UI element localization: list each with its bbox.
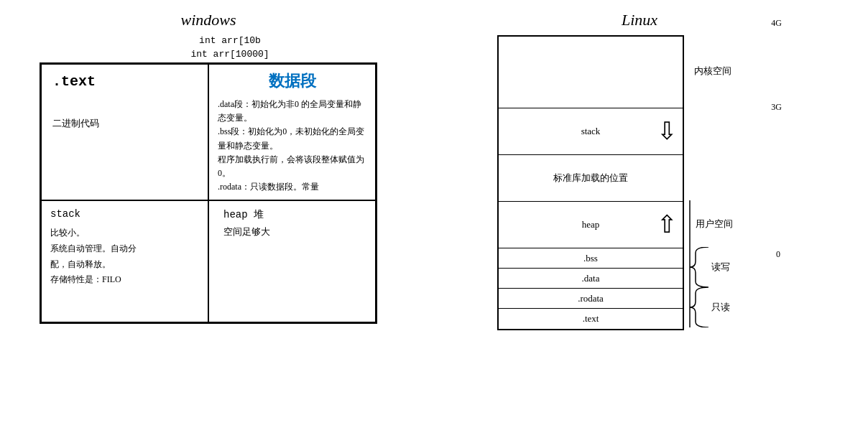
heap-cell: heap 堆 空间足够大: [208, 200, 376, 322]
scale-0: 0: [776, 249, 780, 260]
label-kernel-space: 内核空间: [688, 35, 782, 107]
data-cell-desc: .data段：初始化为非0 的全局变量和静态变量。 .bss段：初始化为0，未初…: [218, 98, 366, 194]
stack-cell-title: stack: [50, 208, 199, 220]
heap-cell-title: heap 堆: [223, 208, 264, 221]
seg-stack-label: stack: [581, 126, 601, 137]
stack-desc-line0: 比较小。: [50, 225, 199, 241]
linux-box: stack ⇩ 标准库加载的位置 heap ⇧ .bss: [497, 35, 684, 330]
data-desc-line1: .bss段：初始化为0，未初始化的全局变量和静态变量。: [218, 125, 366, 152]
stack-cell-desc: 比较小。 系统自动管理。自动分 配，自动释放。 存储特性是：FILO: [50, 225, 199, 287]
seg-kernel: [499, 37, 683, 108]
stack-desc-line4: 存储特性是：FILO: [50, 272, 199, 288]
seg-stdlib-label: 标准库加载的位置: [553, 172, 628, 185]
text-cell-label: .text: [52, 73, 197, 90]
readonly-brace-svg: [688, 287, 710, 327]
spacer-stdlib: [688, 154, 782, 200]
readwrite-label: 读写: [711, 261, 730, 274]
stack-cell: stack 比较小。 系统自动管理。自动分 配，自动释放。 存储特性是：FILO: [41, 200, 208, 322]
windows-section: windows int arr[10b int arr[10000] .text…: [14, 7, 402, 431]
float-code-line1: int arr[10b: [61, 35, 399, 46]
text-cell-sublabel: 二进制代码: [52, 117, 197, 130]
heap-cell-sublabel: 空间足够大: [223, 225, 270, 238]
float-code-area: int arr[10b int arr[10000]: [61, 35, 399, 60]
readonly-label: 只读: [711, 301, 730, 314]
seg-data: .data: [499, 269, 683, 289]
stack-desc-line1: 系统自动管理。自动分: [50, 241, 199, 257]
arrow-down-icon: ⇩: [657, 119, 677, 144]
seg-data-label: .data: [582, 273, 600, 284]
scale-4g: 4G: [771, 18, 782, 29]
data-cell: 数据段 .data段：初始化为非0 的全局变量和静态变量。 .bss段：初始化为…: [208, 64, 376, 200]
data-desc-line3: .rodata：只读数据段。常量: [218, 180, 366, 194]
data-cell-title: 数据段: [218, 70, 366, 92]
readwrite-brace-group: 读写: [688, 247, 730, 287]
windows-title: windows: [180, 11, 236, 29]
readonly-brace-group: 只读: [688, 287, 730, 327]
windows-diagram: .text 二进制代码 数据段 .data段：初始化为非0 的全局变量和静态变量…: [40, 62, 377, 324]
spacer-stack: [688, 107, 782, 154]
arrow-up-icon: ⇧: [657, 213, 677, 237]
seg-stack: stack ⇩: [499, 108, 683, 155]
seg-rodata: .rodata: [499, 289, 683, 309]
seg-stdlib: 标准库加载的位置: [499, 155, 683, 202]
seg-bss-label: .bss: [583, 253, 598, 264]
seg-heap-label: heap: [582, 219, 600, 230]
seg-rodata-label: .rodata: [578, 293, 604, 304]
seg-text-label: .text: [583, 313, 599, 325]
text-cell: .text 二进制代码: [41, 64, 208, 200]
linux-section: Linux stack ⇩ 标准库加载的位置 hea: [424, 7, 855, 431]
seg-text: .text: [499, 309, 683, 329]
data-desc-line2: 程序加载执行前，会将该段整体赋值为 0。: [218, 153, 366, 180]
seg-bss: .bss: [499, 248, 683, 269]
scale-3g: 3G: [771, 102, 782, 113]
seg-heap: heap ⇧: [499, 202, 683, 248]
data-desc-line0: .data段：初始化为非0 的全局变量和静态变量。: [218, 98, 366, 125]
float-code-line2: int arr[10000]: [61, 49, 399, 60]
linux-title: Linux: [622, 11, 657, 29]
stack-desc-line2: 配，自动释放。: [50, 257, 199, 273]
readwrite-brace-svg: [688, 247, 710, 287]
linux-annotations: 4G 内核空间 3G 用户空间: [688, 35, 782, 247]
label-user-space: 用户空间: [688, 200, 782, 247]
